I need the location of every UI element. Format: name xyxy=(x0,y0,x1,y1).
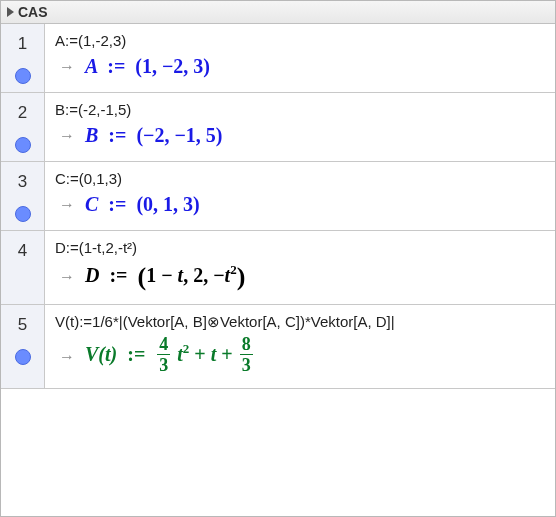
line-number: 5 xyxy=(18,315,27,335)
out-lhs: A xyxy=(85,55,97,77)
visibility-dot-icon[interactable] xyxy=(15,68,31,84)
assign-op: := xyxy=(103,124,131,146)
assign-op: := xyxy=(104,264,132,286)
row-content[interactable]: D:=(1-t,2,-t²) → D := (1 − t, 2, −t2) xyxy=(45,231,555,304)
visibility-dot-icon[interactable] xyxy=(15,349,31,365)
row-gutter[interactable]: 4 xyxy=(1,231,45,304)
cas-rows: 1 A:=(1,-2,3) → A := (1, −2, 3) 2 xyxy=(1,24,555,516)
line-number: 3 xyxy=(18,172,27,192)
output-expression: V(t) := 43 t2 + t + 83 xyxy=(85,337,255,376)
visibility-dot-icon[interactable] xyxy=(15,206,31,222)
cas-output: → V(t) := 43 t2 + t + 83 xyxy=(55,337,545,376)
output-expression: D := (1 − t, 2, −t2) xyxy=(85,262,245,292)
output-arrow-icon: → xyxy=(59,196,75,214)
cas-row: 1 A:=(1,-2,3) → A := (1, −2, 3) xyxy=(1,24,555,93)
row-gutter[interactable]: 5 xyxy=(1,305,45,388)
output-expression: C := (0, 1, 3) xyxy=(85,193,200,216)
cas-output: → D := (1 − t, 2, −t2) xyxy=(55,262,545,292)
output-arrow-icon: → xyxy=(59,268,75,286)
output-expression: B := (−2, −1, 5) xyxy=(85,124,223,147)
cas-output: → B := (−2, −1, 5) xyxy=(55,124,545,147)
row-content[interactable]: B:=(-2,-1,5) → B := (−2, −1, 5) xyxy=(45,93,555,161)
cas-input[interactable]: V(t):=1/6*|(Vektor[A, B]⊗Vektor[A, C])*V… xyxy=(55,313,545,331)
output-arrow-icon: → xyxy=(59,127,75,145)
cas-input[interactable]: A:=(1,-2,3) xyxy=(55,32,545,49)
row-gutter[interactable]: 1 xyxy=(1,24,45,92)
line-number: 2 xyxy=(18,103,27,123)
out-lhs: C xyxy=(85,193,98,215)
row-content[interactable]: C:=(0,1,3) → C := (0, 1, 3) xyxy=(45,162,555,230)
out-rhs: 43 t2 + t + 83 xyxy=(155,343,254,365)
cas-row: 4 D:=(1-t,2,-t²) → D := (1 − t, 2, −t2) xyxy=(1,231,555,305)
out-lhs: V(t) xyxy=(85,343,117,365)
out-rhs: (1, −2, 3) xyxy=(135,55,210,77)
line-number: 4 xyxy=(18,241,27,261)
out-rhs: (0, 1, 3) xyxy=(136,193,199,215)
out-lhs: B xyxy=(85,124,98,146)
out-lhs: D xyxy=(85,264,99,286)
output-expression: A := (1, −2, 3) xyxy=(85,55,210,78)
cas-input[interactable]: D:=(1-t,2,-t²) xyxy=(55,239,545,256)
cas-input[interactable]: C:=(0,1,3) xyxy=(55,170,545,187)
out-rhs: (−2, −1, 5) xyxy=(136,124,222,146)
panel-header[interactable]: CAS xyxy=(1,1,555,24)
row-gutter[interactable]: 2 xyxy=(1,93,45,161)
panel-title: CAS xyxy=(18,4,48,20)
collapse-toggle-icon[interactable] xyxy=(7,7,14,17)
cas-panel: CAS 1 A:=(1,-2,3) → A := (1, −2, 3) xyxy=(0,0,556,517)
assign-op: := xyxy=(103,193,131,215)
cas-input[interactable]: B:=(-2,-1,5) xyxy=(55,101,545,118)
cas-output: → A := (1, −2, 3) xyxy=(55,55,545,78)
cas-row: 5 V(t):=1/6*|(Vektor[A, B]⊗Vektor[A, C])… xyxy=(1,305,555,389)
row-gutter[interactable]: 3 xyxy=(1,162,45,230)
output-arrow-icon: → xyxy=(59,348,75,366)
cas-row: 2 B:=(-2,-1,5) → B := (−2, −1, 5) xyxy=(1,93,555,162)
assign-op: := xyxy=(102,55,130,77)
line-number: 1 xyxy=(18,34,27,54)
assign-op: := xyxy=(122,343,150,365)
row-content[interactable]: V(t):=1/6*|(Vektor[A, B]⊗Vektor[A, C])*V… xyxy=(45,305,555,388)
cas-row: 3 C:=(0,1,3) → C := (0, 1, 3) xyxy=(1,162,555,231)
visibility-dot-icon[interactable] xyxy=(15,137,31,153)
cas-output: → C := (0, 1, 3) xyxy=(55,193,545,216)
output-arrow-icon: → xyxy=(59,58,75,76)
out-rhs: (1 − t, 2, −t2) xyxy=(138,264,246,286)
row-content[interactable]: A:=(1,-2,3) → A := (1, −2, 3) xyxy=(45,24,555,92)
